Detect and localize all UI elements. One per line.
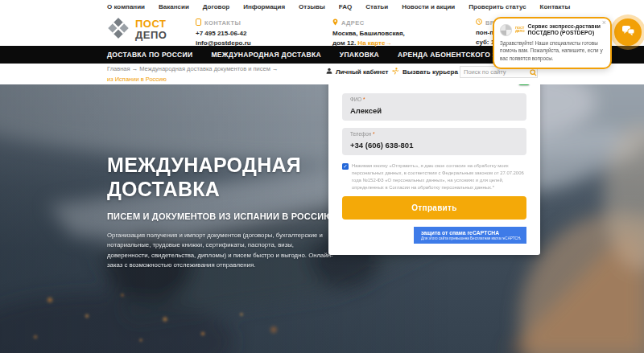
courier-icon	[392, 68, 399, 76]
hero-subtitle: ПИСЕМ И ДОКУМЕНТОВ ИЗ ИСПАНИИ В РОССИЮ	[107, 211, 341, 221]
search-input[interactable]	[464, 68, 530, 76]
location-pin-icon	[332, 18, 338, 27]
required-mark: *	[363, 96, 365, 102]
topnav-link-contacts[interactable]: Контакты	[540, 3, 571, 10]
breadcrumb-home[interactable]: Главная	[107, 65, 130, 72]
phone-icon	[196, 18, 201, 27]
mainnav-russia-delivery[interactable]: ДОСТАВКА ПО РОССИИ	[107, 51, 192, 59]
breadcrumb-section[interactable]: Международная доставка документов и писе…	[139, 65, 270, 72]
page-root: О компании Вакансии Договор Информация О…	[0, 0, 644, 353]
recaptcha-title: защита от спама reCAPTCHA	[421, 230, 521, 236]
recaptcha-quota-link[interactable]: Бесплатная квота reCAPTCHA	[470, 236, 521, 240]
consent-text: Нажимая кнопку «Отправить», я даю свое с…	[352, 162, 526, 191]
topnav-link-articles[interactable]: Статьи	[365, 3, 388, 10]
chat-bubbles-icon	[621, 25, 635, 40]
phone-field-label: Телефон	[350, 131, 373, 137]
clock-icon	[476, 18, 482, 27]
mainnav-international-delivery[interactable]: МЕЖДУНАРОДНАЯ ДОСТАВКА	[211, 51, 320, 59]
recaptcha-note: Для этого сайта превышена Бесплатная кво…	[421, 236, 521, 240]
map-link[interactable]: На карте→	[357, 39, 391, 47]
address-label: АДРЕС	[341, 19, 364, 27]
header-phone[interactable]: +7 495 215-06-42	[196, 29, 251, 39]
topnav-link-reviews[interactable]: Отзывы	[299, 3, 325, 10]
topnav-link-news[interactable]: Новости и акции	[402, 3, 455, 10]
logo-diamond-icon	[107, 17, 130, 43]
header-address-block: АДРЕС Москва, Башиловская, дом 12. На ка…	[332, 18, 405, 47]
logo-text: ПОСТ ДЕПО	[135, 18, 167, 40]
topnav-link-faq[interactable]: FAQ	[339, 3, 352, 10]
utility-nav: О компании Вакансии Договор Информация О…	[0, 0, 644, 14]
header-address-line2: дом 12. На карте→	[332, 39, 405, 48]
hero-description: Организация получения и импорт документо…	[107, 231, 334, 271]
chat-logo-text: ПОСТДЕПО	[515, 27, 525, 34]
chat-logo-icon	[500, 24, 512, 36]
header-email[interactable]: info@postdepo.ru	[196, 39, 251, 48]
breadcrumb-arrow-icon: →	[132, 65, 138, 72]
phone-field[interactable]	[350, 140, 518, 150]
user-icon	[326, 68, 332, 76]
chat-tooltip-title: Сервис экспресс-доставкиПОСТДЕПО (POSTDE…	[528, 23, 601, 37]
topnav-link-status[interactable]: Проверить статус	[469, 3, 526, 10]
breadcrumb-current: из Испании в Россию	[107, 76, 278, 83]
chat-tooltip: × ПОСТДЕПО Сервис экспресс-доставкиПОСТД…	[493, 17, 612, 69]
submit-button[interactable]: Отправить	[342, 196, 526, 220]
topnav-link-vacancies[interactable]: Вакансии	[159, 3, 189, 10]
mainnav-packaging[interactable]: УПАКОВКА	[340, 51, 379, 59]
hero-title: МЕЖДУНАРОДНАЯ ДОСТАВКА	[107, 154, 341, 201]
personal-account-link[interactable]: Личный кабинет	[326, 68, 388, 76]
chat-button[interactable]	[614, 18, 642, 46]
topnav-link-contract[interactable]: Договор	[203, 3, 229, 10]
name-field-wrap: ФИО *	[342, 93, 526, 121]
header-address-line1: Москва, Башиловская,	[332, 29, 405, 39]
chat-tooltip-body: Здравствуйте! Наши специалисты готовы по…	[500, 39, 603, 62]
contacts-label: КОНТАКТЫ	[204, 19, 241, 27]
consent-checkbox[interactable]: ✓	[342, 163, 349, 170]
hero-section: МЕЖДУНАРОДНАЯ ДОСТАВКА ПИСЕМ И ДОКУМЕНТО…	[0, 84, 644, 353]
breadcrumb-arrow-icon: →	[272, 65, 279, 72]
check-icon: ✓	[343, 163, 347, 169]
hero-copy: МЕЖДУНАРОДНАЯ ДОСТАВКА ПИСЕМ И ДОКУМЕНТО…	[107, 154, 341, 271]
call-courier-link[interactable]: Вызвать курьера	[392, 68, 458, 76]
phone-field-wrap: Телефон *	[342, 128, 526, 155]
topnav-link-info[interactable]: Информация	[243, 3, 285, 10]
consent-row: ✓ Нажимая кнопку «Отправить», я даю свое…	[342, 162, 526, 191]
breadcrumb: Главная → Международная доставка докумен…	[107, 66, 278, 82]
site-logo[interactable]: ПОСТ ДЕПО	[107, 17, 167, 43]
topnav-link-company[interactable]: О компании	[107, 3, 145, 10]
close-icon[interactable]: ×	[602, 19, 606, 27]
required-mark: *	[373, 131, 374, 137]
header-contacts-block: КОНТАКТЫ +7 495 215-06-42 info@postdepo.…	[196, 18, 251, 47]
recaptcha-badge: защита от спама reCAPTCHA Для этого сайт…	[414, 227, 526, 244]
name-field-label: ФИО	[350, 96, 363, 102]
name-field[interactable]	[350, 105, 518, 115]
